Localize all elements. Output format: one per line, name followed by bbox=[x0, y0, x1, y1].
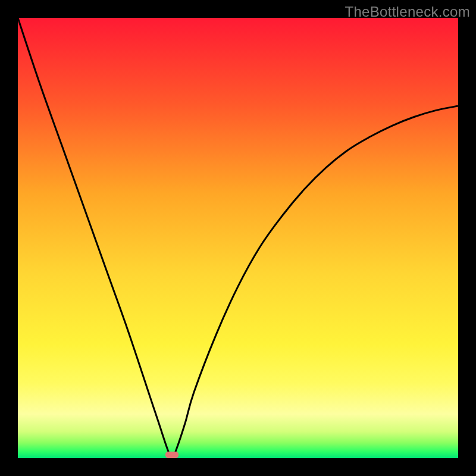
optimum-marker bbox=[165, 452, 178, 458]
plot-area bbox=[18, 18, 458, 458]
gradient-background bbox=[18, 18, 458, 458]
chart-frame: TheBottleneck.com bbox=[0, 0, 476, 476]
bottleneck-chart bbox=[18, 18, 458, 458]
